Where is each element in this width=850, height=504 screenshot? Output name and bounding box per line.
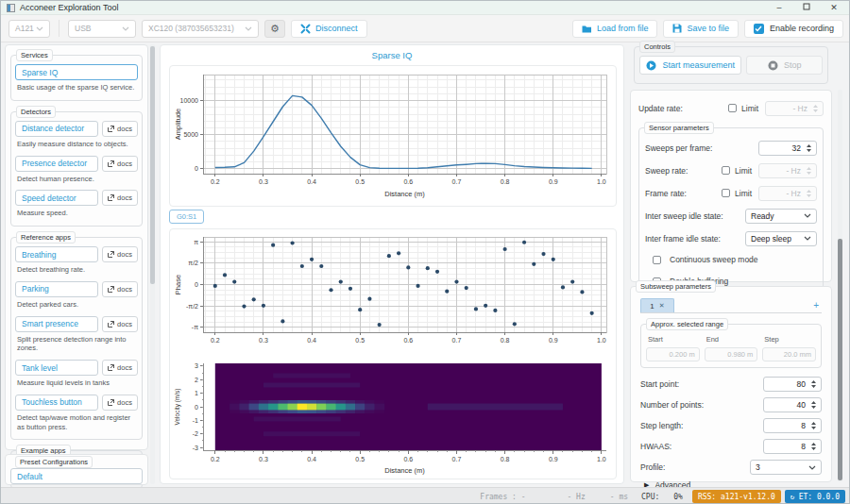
sweep-rate-limit-checkbox[interactable]	[722, 166, 730, 175]
svg-text:0.9: 0.9	[549, 337, 558, 344]
enable-recording-label: Enable recording	[770, 24, 834, 33]
range-start-label: Start	[646, 335, 700, 344]
close-tab-icon[interactable]: ✕	[659, 302, 665, 310]
subsweep-tab-1[interactable]: 1 ✕	[640, 298, 674, 312]
start-measurement-button[interactable]: Start measurement	[639, 56, 741, 75]
plot-area: Sparse IQ 0.20.30.40.50.60.70.80.91.0050…	[160, 44, 624, 484]
disconnect-button[interactable]: Disconnect	[291, 20, 367, 38]
docs-label: docs	[117, 193, 132, 202]
sidebar-scrollbar-thumb[interactable]	[150, 46, 155, 284]
start-measurement-label: Start measurement	[662, 60, 735, 70]
distance-detector-docs-button[interactable]: docs	[102, 121, 138, 137]
enable-recording-toggle[interactable]: Enable recording	[744, 20, 843, 38]
update-rate-limit-checkbox[interactable]	[728, 104, 737, 112]
speed-detector-docs-button[interactable]: docs	[102, 190, 138, 206]
breathing-description: Detect breathing rate.	[17, 265, 136, 275]
minimize-button[interactable]: –	[774, 3, 785, 12]
profile-select[interactable]: 3	[750, 460, 822, 475]
spinner-arrows-icon	[810, 400, 817, 410]
phase-plot[interactable]: 0.20.30.40.50.60.70.80.91.0ππ/20-π/2-πPh…	[172, 231, 614, 356]
services-group: Services Sparse IQ Basic usage of the sp…	[10, 55, 143, 101]
generation-select[interactable]: A121	[8, 20, 50, 38]
sweep-rate-label: Sweep rate:	[645, 166, 722, 176]
amplitude-plot[interactable]: 0.20.30.40.50.60.70.80.91.00500010000Dis…	[172, 68, 614, 204]
sidebar-item-parking[interactable]: Parking	[15, 281, 98, 297]
stop-button[interactable]: Stop	[746, 56, 823, 75]
sidebar-item-touchless-button[interactable]: Touchless button	[15, 395, 98, 411]
sidebar-item-presence-detector[interactable]: Presence detector	[15, 156, 98, 172]
svg-text:0.8: 0.8	[501, 337, 510, 344]
svg-text:0.5: 0.5	[355, 456, 365, 462]
sidebar-item-tank-level[interactable]: Tank level	[15, 360, 98, 376]
spinner-arrows-icon	[806, 143, 812, 153]
subsweep-tabbar: 1 ✕ +	[640, 298, 822, 313]
et-version-badge[interactable]: ↻ET: 0.0.0	[785, 490, 845, 503]
toolbar: A121 USB XC120 (387035653231) ⚙ Disconne…	[1, 15, 850, 42]
svg-text:0.4: 0.4	[307, 337, 316, 344]
sidebar-item-breathing[interactable]: Breathing	[15, 246, 98, 262]
svg-text:0.2: 0.2	[211, 178, 220, 185]
svg-text:0.8: 0.8	[501, 178, 510, 185]
sidebar-scrollbar[interactable]	[150, 44, 155, 484]
start-point-input[interactable]: 80	[763, 377, 822, 392]
phase-heatmap-plot-card: 0.20.30.40.50.60.70.80.91.0ππ/20-π/2-πPh…	[169, 228, 617, 479]
step-length-input[interactable]: 8	[763, 418, 822, 433]
parking-docs-button[interactable]: docs	[102, 281, 138, 297]
svg-text:-π/2: -π/2	[186, 303, 198, 310]
sweep-rate-input[interactable]: - Hz	[758, 163, 817, 178]
frame-rate-limit-checkbox[interactable]	[722, 189, 730, 197]
preset-configurations-card: Preset Configurations Default	[5, 454, 148, 485]
detectors-group-title: Detectors	[16, 106, 56, 118]
inter-sweep-idle-select[interactable]: Ready	[745, 209, 817, 224]
generation-value: A121	[15, 24, 34, 33]
presence-detector-docs-button[interactable]: docs	[102, 156, 138, 172]
settings-button[interactable]: ⚙	[264, 20, 285, 38]
sweeps-per-frame-label: Sweeps per frame:	[645, 143, 758, 153]
play-icon	[646, 60, 656, 71]
frames-counter: Frames : -	[480, 493, 525, 501]
svg-text:0.2: 0.2	[211, 337, 220, 344]
presence-detector-description: Detect human presence.	[17, 175, 136, 184]
velocity-heatmap[interactable]: 0.20.30.40.50.60.70.80.91.03210-1-2-3Dis…	[172, 360, 614, 479]
docs-label: docs	[117, 285, 132, 294]
external-link-icon	[108, 126, 114, 132]
sidebar-item-speed-detector[interactable]: Speed detector	[15, 190, 98, 206]
cpu-value: 0%	[673, 493, 683, 501]
save-to-file-button[interactable]: Save to file	[663, 20, 739, 38]
hwaas-input[interactable]: 8	[763, 439, 822, 454]
svg-text:Velocity (m/s): Velocity (m/s)	[174, 388, 181, 425]
touchless-button-docs-button[interactable]: docs	[102, 395, 138, 411]
settings-scrollbar[interactable]	[838, 90, 842, 482]
continuous-sweep-checkbox[interactable]	[653, 256, 661, 264]
preset-default-button[interactable]: Default	[10, 468, 143, 484]
docs-label: docs	[117, 363, 132, 372]
maximize-button[interactable]	[801, 3, 812, 12]
titlebar: Acconeer Exploration Tool – ✕	[1, 1, 850, 15]
svg-text:0.6: 0.6	[403, 178, 413, 185]
smart-presence-docs-button[interactable]: docs	[102, 316, 138, 332]
update-rate-input[interactable]: - Hz	[765, 101, 824, 116]
sidebar-item-distance-detector[interactable]: Distance detector	[15, 121, 98, 137]
sweeps-per-frame-input[interactable]: 32	[758, 141, 817, 156]
inter-frame-idle-select[interactable]: Deep sleep	[745, 231, 817, 246]
svg-text:0.6: 0.6	[403, 337, 413, 344]
svg-text:10000: 10000	[180, 97, 199, 104]
device-select[interactable]: XC120 (387035653231)	[142, 20, 259, 38]
svg-text:Amplitude: Amplitude	[174, 109, 182, 140]
settings-scrollbar-thumb[interactable]	[838, 239, 842, 480]
docs-label: docs	[117, 160, 132, 168]
svg-text:0.6: 0.6	[403, 456, 413, 462]
number-of-points-input[interactable]: 40	[763, 397, 822, 412]
interface-select[interactable]: USB	[68, 20, 136, 38]
parking-description: Detect parked cars.	[17, 300, 136, 310]
sidebar-item-sparse-iq[interactable]: Sparse IQ	[15, 64, 138, 80]
breathing-docs-button[interactable]: docs	[102, 246, 138, 262]
limit-label: Limit	[735, 166, 752, 176]
sidebar-item-smart-presence[interactable]: Smart presence	[15, 316, 98, 332]
add-subsweep-button[interactable]: +	[813, 300, 822, 312]
load-from-file-button[interactable]: Load from file	[572, 20, 658, 38]
close-button[interactable]: ✕	[828, 3, 840, 12]
subsweep-tag-button[interactable]: G0:S1	[169, 210, 204, 224]
tank-level-docs-button[interactable]: docs	[102, 360, 138, 376]
frame-rate-input[interactable]: - Hz	[758, 186, 817, 201]
